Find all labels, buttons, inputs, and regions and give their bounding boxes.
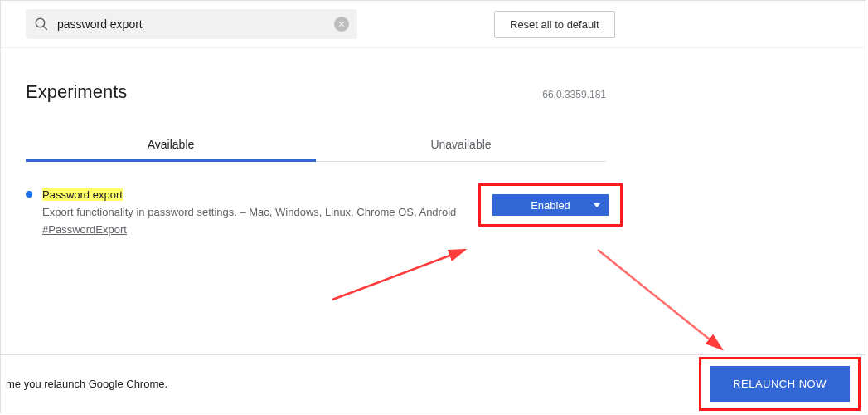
flag-text-block: Password export Export functionality in …	[42, 187, 468, 238]
flag-row: Password export Export functionality in …	[26, 187, 623, 238]
footer-bar: me you relaunch Google Chrome. RELAUNCH …	[1, 354, 866, 413]
clear-search-icon[interactable]	[334, 17, 349, 32]
svg-line-5	[598, 250, 722, 349]
tab-unavailable[interactable]: Unavailable	[316, 128, 606, 161]
relaunch-button[interactable]: RELAUNCH NOW	[710, 366, 850, 402]
page-title: Experiments	[26, 81, 127, 103]
search-box[interactable]	[26, 9, 357, 39]
flag-description: Export functionality in password setting…	[42, 206, 456, 218]
annotation-box-relaunch: RELAUNCH NOW	[699, 357, 861, 411]
footer-message: me you relaunch Google Chrome.	[6, 378, 167, 390]
tabs: Available Unavailable	[26, 128, 606, 162]
flag-bullet-icon	[26, 191, 32, 198]
svg-line-1	[43, 26, 47, 30]
search-input[interactable]	[57, 17, 334, 31]
tab-available[interactable]: Available	[26, 128, 316, 161]
svg-line-4	[332, 250, 465, 300]
svg-point-0	[36, 18, 45, 27]
top-bar: Reset all to default	[1, 1, 866, 48]
search-icon	[34, 17, 49, 32]
flag-title: Password export	[42, 188, 123, 201]
flag-state-dropdown[interactable]: Enabled	[492, 194, 609, 216]
annotation-box-dropdown: Enabled	[478, 183, 623, 227]
flag-hash-link[interactable]: #PasswordExport	[42, 223, 127, 236]
reset-all-button[interactable]: Reset all to default	[494, 11, 615, 38]
version-label: 66.0.3359.181	[542, 89, 606, 100]
